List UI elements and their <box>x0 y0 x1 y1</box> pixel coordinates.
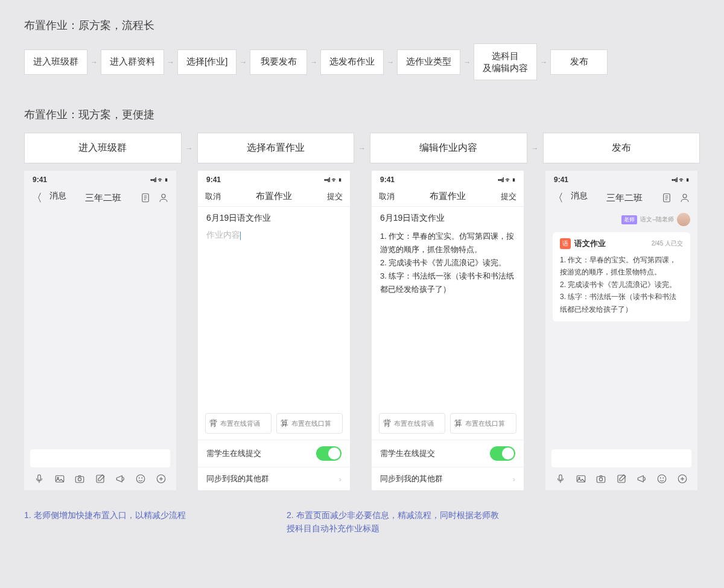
card-title: 语文作业 <box>574 238 606 249</box>
chat-body <box>24 209 176 449</box>
status-icons: ••ıl ᯤ ▮ <box>150 176 168 183</box>
image-icon[interactable] <box>54 473 65 484</box>
flow-step: 进入群资料 <box>101 49 164 75</box>
status-icons: ••ıl ᯤ ▮ <box>672 176 689 183</box>
mic-icon[interactable] <box>34 473 45 484</box>
status-icons: ••ıl ᯤ ▮ <box>324 176 341 183</box>
math-tag-button[interactable]: 算布置在线口算 <box>450 413 516 434</box>
svg-rect-27 <box>618 475 625 482</box>
compose-icon[interactable] <box>616 473 627 484</box>
status-icons: ••ıl ᯤ ▮ <box>498 176 515 183</box>
svg-point-26 <box>600 478 603 481</box>
status-time: 9:41 <box>33 175 47 184</box>
chevron-left-icon: 〈 <box>31 191 42 205</box>
image-icon[interactable] <box>576 473 586 484</box>
svg-point-29 <box>661 478 661 478</box>
text-cursor <box>240 232 241 240</box>
svg-rect-22 <box>559 475 562 480</box>
flow-step: 发布 <box>550 49 608 75</box>
back-button[interactable]: 〈消息 <box>31 191 66 205</box>
cancel-button[interactable]: 取消 <box>205 191 221 202</box>
section2-title: 布置作业：现方案，更便捷 <box>24 107 700 122</box>
math-tag-button[interactable]: 算布置在线口算 <box>276 413 343 434</box>
back-button[interactable]: 〈消息 <box>553 191 588 205</box>
person-icon[interactable] <box>679 192 690 203</box>
toggle-switch[interactable] <box>490 446 515 461</box>
require-submit-row: 需学生在线提交 <box>372 440 524 467</box>
phone-mockup-4: 9:41 ••ıl ᯤ ▮ 〈消息 三年二班 老师 语文–陆老师 语 语文作业 … <box>545 171 697 490</box>
toggle-switch[interactable] <box>316 446 341 461</box>
toolbar <box>545 467 697 490</box>
assignment-title[interactable]: 6月19日语文作业 <box>380 213 515 224</box>
arrow-icon: → <box>239 58 247 66</box>
compose-icon[interactable] <box>95 473 106 484</box>
plus-icon[interactable] <box>156 473 167 484</box>
status-bar: 9:41 ••ıl ᯤ ▮ <box>372 171 524 186</box>
recite-tag-button[interactable]: 背布置在线背诵 <box>205 413 272 434</box>
emoji-icon[interactable] <box>656 473 667 484</box>
emoji-icon[interactable] <box>135 473 146 484</box>
nav-bar: 取消 布置作业 提交 <box>198 186 350 207</box>
flow-step: 选发布作业 <box>320 49 384 75</box>
camera-icon[interactable] <box>74 473 85 484</box>
nav-title: 三年二班 <box>85 192 121 204</box>
arrow-icon: → <box>167 58 175 66</box>
plus-icon[interactable] <box>677 473 688 484</box>
document-icon[interactable] <box>661 192 672 203</box>
svg-point-4 <box>162 194 165 198</box>
status-bar: 9:41 ••ıl ᯤ ▮ <box>198 171 350 186</box>
chat-input[interactable] <box>551 449 691 467</box>
assignment-content[interactable]: 1. 作文：早春的宝实。仿写第四课，按游览的顺序，抓住景物特点。 2. 完成读书… <box>380 230 515 296</box>
annotation-2: 2. 布置页面减少非必要信息，精减流程，同时根据老师教授科目自动补充作业标题 <box>287 508 504 536</box>
mic-icon[interactable] <box>555 473 566 484</box>
assignment-content-input[interactable]: 作业内容 <box>206 230 341 241</box>
svg-rect-10 <box>97 475 104 482</box>
annotation-1: 1. 老师侧增加快捷布置入口，以精减少流程 <box>24 508 187 536</box>
svg-point-28 <box>658 475 667 483</box>
recite-tag-button[interactable]: 背布置在线背诵 <box>379 413 445 434</box>
svg-point-11 <box>137 475 145 483</box>
submit-button[interactable]: 提交 <box>327 191 343 202</box>
arrow-icon: → <box>90 58 98 66</box>
cancel-button[interactable]: 取消 <box>379 191 395 202</box>
assignment-title[interactable]: 6月19日语文作业 <box>206 213 341 224</box>
flow-step: 进入班级群 <box>24 133 182 163</box>
svg-point-9 <box>78 478 81 481</box>
nav-title: 布置作业 <box>256 191 292 202</box>
require-submit-row: 需学生在线提交 <box>198 440 350 467</box>
nav-bar: 〈消息 三年二班 <box>545 186 697 209</box>
phone-mockup-3: 9:41 ••ıl ᯤ ▮ 取消 布置作业 提交 6月19日语文作业 1. 作文… <box>372 171 524 490</box>
avatar[interactable] <box>677 213 690 226</box>
arrow-icon: → <box>386 58 395 66</box>
nav-title: 三年二班 <box>606 192 643 204</box>
arrow-icon: → <box>185 144 194 153</box>
person-icon[interactable] <box>158 192 169 203</box>
megaphone-icon[interactable] <box>637 473 647 484</box>
status-bar: 9:41 ••ıl ᯤ ▮ <box>24 171 176 186</box>
arrow-icon: → <box>531 144 539 153</box>
flow-step: 我要发布 <box>250 49 307 75</box>
flow-step: 发布 <box>543 133 700 163</box>
editor-body: 6月19日语文作业 1. 作文：早春的宝实。仿写第四课，按游览的顺序，抓住景物特… <box>372 207 524 413</box>
nav-bar: 取消 布置作业 提交 <box>372 186 524 207</box>
sender-info: 老师 语文–陆老师 <box>545 209 697 226</box>
chat-input[interactable] <box>30 449 170 467</box>
flow-step: 编辑作业内容 <box>370 133 527 163</box>
arrow-icon: → <box>539 58 548 66</box>
svg-point-13 <box>142 478 142 478</box>
nav-title: 布置作业 <box>430 191 466 202</box>
megaphone-icon[interactable] <box>115 473 126 484</box>
camera-icon[interactable] <box>595 473 606 484</box>
arrow-icon: → <box>310 58 318 66</box>
flow-step: 选作业类型 <box>397 49 460 75</box>
new-flow-row: 进入班级群→ 选择布置作业→ 编辑作业内容→ 发布 <box>24 133 700 163</box>
sync-groups-row[interactable]: 同步到我的其他群 › <box>198 467 350 490</box>
document-icon[interactable] <box>140 192 151 203</box>
sync-groups-row[interactable]: 同步到我的其他群 › <box>372 467 524 490</box>
submit-button[interactable]: 提交 <box>501 191 516 202</box>
old-flow-row: 进入班级群→ 进入群资料→ 选择[作业]→ 我要发布→ 选发布作业→ 选作业类型… <box>24 43 700 80</box>
status-time: 9:41 <box>380 175 395 184</box>
card-body: 1. 作文：早春的宝实。仿写第四课，按游览的顺序，抓住景物特点。 2. 完成读书… <box>560 254 683 315</box>
homework-card[interactable]: 语 语文作业 2/45 人已交 1. 作文：早春的宝实。仿写第四课，按游览的顺序… <box>553 232 690 321</box>
svg-point-12 <box>139 478 140 478</box>
